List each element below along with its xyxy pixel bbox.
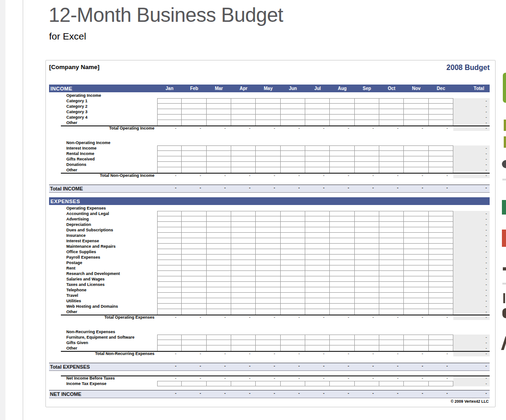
green-link-line-fragment[interactable]	[504, 136, 506, 148]
month-cell	[157, 104, 182, 109]
month-cell	[256, 340, 280, 345]
month-cell	[429, 115, 453, 120]
month-cell	[379, 271, 404, 276]
month-cell	[256, 227, 280, 233]
month-cell	[182, 255, 206, 260]
subtotal-row: Total Operating Income-------------	[49, 125, 490, 131]
month-cell	[231, 265, 256, 271]
total-header-cell: Total	[453, 86, 490, 91]
month-cell	[429, 260, 453, 265]
month-cell	[305, 244, 330, 249]
month-cell	[182, 115, 206, 120]
red-file-icon-fragment[interactable]	[502, 230, 506, 247]
month-cell	[330, 244, 354, 249]
month-cell	[256, 381, 280, 386]
month-value-cell: -	[379, 375, 404, 381]
month-cell	[330, 345, 354, 351]
month-cell	[355, 293, 379, 298]
grand-total-row: Total INCOME-------------	[49, 185, 490, 193]
month-value-cell: -	[157, 375, 182, 381]
month-cell	[305, 381, 330, 386]
month-cell	[429, 276, 453, 282]
month-cell	[182, 156, 206, 162]
month-cell	[182, 304, 206, 309]
month-cell	[305, 222, 330, 227]
month-cell	[355, 227, 379, 233]
month-cell	[379, 265, 404, 271]
month-cell	[330, 104, 354, 109]
month-cell	[281, 98, 305, 104]
green-link-line-fragment[interactable]	[504, 120, 506, 131]
total-cell: -	[453, 271, 490, 276]
month-cell	[379, 145, 404, 151]
month-value-cell: -	[281, 173, 305, 178]
item-row: Travel-	[49, 293, 490, 298]
month-cell	[305, 115, 330, 120]
month-cell	[157, 156, 182, 162]
spacer-row	[49, 320, 490, 329]
download-button-fragment[interactable]	[503, 73, 506, 103]
month-cell	[379, 151, 404, 156]
spacer-row	[49, 193, 490, 197]
month-value-cell: -	[157, 390, 182, 398]
row-label: Dues and Subscriptions	[49, 227, 157, 233]
month-cell	[207, 271, 231, 276]
item-row: Salaries and Wages-	[49, 276, 490, 282]
month-cell	[182, 120, 206, 125]
month-value-cell: -	[429, 390, 453, 398]
month-value-cell: -	[281, 351, 305, 356]
month-cell	[256, 151, 280, 156]
item-row: Other-	[49, 167, 490, 173]
month-cell	[429, 287, 453, 293]
month-cell	[429, 255, 453, 260]
total-cell: -	[453, 222, 490, 227]
month-cell	[305, 249, 330, 255]
month-cell	[404, 276, 428, 282]
month-cell	[330, 282, 354, 287]
month-cell	[305, 298, 330, 304]
month-cell	[281, 271, 305, 276]
month-value-cell: -	[207, 390, 231, 398]
month-value-cell: -	[379, 125, 404, 131]
month-cell	[429, 162, 453, 167]
row-label: Interest Expense	[49, 238, 157, 244]
month-cell	[330, 381, 354, 386]
month-value-cell: -	[207, 125, 231, 131]
month-cell	[330, 216, 354, 222]
month-cell	[157, 293, 182, 298]
spacer-row	[49, 356, 490, 363]
month-value-cell: -	[305, 375, 330, 381]
month-cell	[355, 345, 379, 351]
month-value-cell: -	[429, 125, 453, 131]
month-value-cell: -	[182, 173, 206, 178]
budget-template-preview[interactable]: [Company Name] 2008 Budget INCOMEJanFebM…	[45, 60, 496, 407]
month-cell	[207, 255, 231, 260]
month-value-cell: -	[207, 185, 231, 192]
month-cell	[231, 282, 256, 287]
month-cell	[182, 345, 206, 351]
month-cell	[429, 340, 453, 345]
month-cell	[429, 244, 453, 249]
month-cell	[429, 282, 453, 287]
month-cell	[355, 340, 379, 345]
month-cell	[281, 381, 305, 386]
month-cell	[256, 287, 280, 293]
month-cell	[207, 115, 231, 120]
month-cell	[207, 216, 231, 222]
month-cell	[207, 244, 231, 249]
month-cell	[182, 282, 206, 287]
month-cell	[207, 222, 231, 227]
month-cell	[355, 145, 379, 151]
month-cell	[207, 120, 231, 125]
month-cell	[429, 227, 453, 233]
item-row: Other-	[49, 120, 490, 125]
row-label: Depreciation	[49, 222, 157, 227]
month-cell	[355, 260, 379, 265]
month-cell	[355, 238, 379, 244]
month-value-cell: -	[330, 173, 354, 178]
block-title-label: Operating Income	[49, 93, 157, 98]
row-label: Telephone	[49, 287, 157, 293]
green-file-icon-fragment[interactable]	[502, 200, 506, 215]
month-cell	[355, 309, 379, 315]
month-cell	[355, 222, 379, 227]
